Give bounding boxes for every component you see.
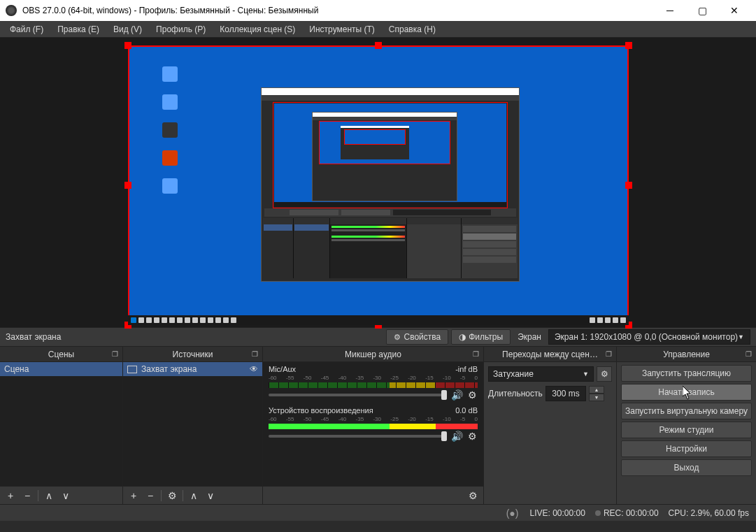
- filters-button[interactable]: ◑Фильтры: [451, 329, 511, 345]
- screen-select[interactable]: Экран 1: 1920x1080 @ 0,0 (Основной монит…: [548, 329, 750, 345]
- window-title: OBS 27.0.0 (64-bit, windows) - Профиль: …: [22, 6, 654, 15]
- menu-file[interactable]: Файл (F): [3, 21, 50, 38]
- start-recording-button[interactable]: Начать запись: [621, 384, 752, 401]
- selection-handle-ml[interactable]: [124, 182, 131, 189]
- gear-icon: ⚙: [394, 333, 401, 342]
- mixer-channel-level: 0.0 dB: [455, 406, 478, 415]
- source-context-bar: Захват экрана ⚙Свойства ◑Фильтры Экран Э…: [0, 327, 756, 347]
- detach-icon[interactable]: ❐: [604, 350, 613, 359]
- nested-capture-window: [261, 87, 520, 282]
- visibility-icon[interactable]: 👁: [250, 364, 258, 374]
- selection-handle-tl[interactable]: [124, 42, 131, 49]
- transitions-header: Переходы между сцен… ❐: [484, 347, 616, 362]
- controls-header: Управление ❐: [617, 347, 756, 362]
- menu-view[interactable]: Вид (V): [106, 21, 149, 38]
- maximize-button[interactable]: ▢: [686, 0, 718, 21]
- desktop-icon: [156, 178, 184, 206]
- menu-scene-collection[interactable]: Коллекция сцен (S): [213, 21, 302, 38]
- detach-icon[interactable]: ❐: [471, 350, 480, 359]
- mixer-body: Mic/Aux-inf dB -60-55-50-45-40-35-30-25-…: [263, 362, 483, 486]
- filter-icon: ◑: [459, 332, 466, 342]
- duration-input[interactable]: 300 ms: [545, 386, 586, 401]
- selection-handle-mr[interactable]: [625, 182, 632, 189]
- source-item[interactable]: Захват экрана 👁: [123, 362, 262, 376]
- add-source-button[interactable]: +: [126, 489, 141, 503]
- preview-canvas[interactable]: [128, 45, 629, 325]
- volume-slider[interactable]: [269, 394, 447, 396]
- detach-icon[interactable]: ❐: [110, 350, 120, 359]
- screen-label: Экран: [513, 330, 545, 344]
- move-scene-down-button[interactable]: ∨: [58, 489, 73, 503]
- detach-icon[interactable]: ❐: [743, 350, 753, 359]
- remove-scene-button[interactable]: −: [20, 489, 35, 503]
- mixer-channel-desktop: Устройство воспроизведения0.0 dB -60-55-…: [263, 403, 483, 445]
- channel-settings-icon[interactable]: ⚙: [466, 389, 478, 401]
- desktop-icon: [156, 66, 184, 94]
- exit-button[interactable]: Выход: [621, 459, 752, 476]
- studio-mode-button[interactable]: Режим студии: [621, 422, 752, 438]
- transitions-panel: Переходы между сцен… ❐ Затухание▼ ⚙ Длит…: [484, 347, 617, 504]
- start-streaming-button[interactable]: Запустить трансляцию: [621, 365, 752, 382]
- desktop-icon: [156, 150, 184, 178]
- selected-source-label: Захват экрана: [6, 332, 383, 342]
- scenes-panel: Сцены ❐ Сцена + − ∧ ∨: [0, 347, 123, 504]
- remove-source-button[interactable]: −: [143, 489, 158, 503]
- mixer-meter: [269, 382, 478, 388]
- obs-app-icon: [6, 5, 17, 16]
- sources-list[interactable]: Захват экрана 👁: [123, 362, 262, 486]
- volume-slider[interactable]: [269, 435, 447, 438]
- signal-icon: (●): [506, 508, 519, 519]
- mixer-header: Микшер аудио ❐: [263, 347, 483, 362]
- display-capture-icon: [127, 366, 137, 373]
- scene-item[interactable]: Сцена: [0, 362, 122, 376]
- mixer-advanced-button[interactable]: ⚙: [465, 489, 480, 503]
- docks-container: Сцены ❐ Сцена + − ∧ ∨ Источники ❐ Захват…: [0, 347, 756, 504]
- mixer-channel-level: -inf dB: [455, 365, 478, 373]
- close-button[interactable]: ✕: [718, 0, 750, 21]
- move-scene-up-button[interactable]: ∧: [41, 489, 57, 503]
- mixer-meter: [269, 424, 478, 429]
- desktop-icon: [156, 94, 184, 122]
- rec-indicator-icon: [595, 510, 601, 516]
- transition-select[interactable]: Затухание▼: [488, 366, 594, 382]
- transition-properties-button[interactable]: ⚙: [597, 366, 612, 382]
- duration-label: Длительность: [488, 389, 543, 398]
- add-scene-button[interactable]: +: [3, 489, 18, 503]
- mute-icon[interactable]: 🔊: [451, 389, 462, 401]
- preview-area: [0, 38, 756, 327]
- mixer-channel-name: Mic/Aux: [269, 365, 296, 373]
- channel-settings-icon[interactable]: ⚙: [466, 431, 478, 442]
- properties-button[interactable]: ⚙Свойства: [386, 329, 448, 345]
- menu-tools[interactable]: Инструменты (T): [302, 21, 381, 38]
- selection-handle-tr[interactable]: [625, 42, 632, 49]
- scenes-header: Сцены ❐: [0, 347, 122, 362]
- cpu-status: CPU: 2.9%, 60.00 fps: [669, 508, 749, 518]
- move-source-up-button[interactable]: ∧: [186, 489, 201, 503]
- move-source-down-button[interactable]: ∨: [203, 489, 218, 503]
- mixer-channel-name: Устройство воспроизведения: [269, 406, 373, 415]
- menu-profile[interactable]: Профиль (P): [149, 21, 213, 38]
- source-properties-button[interactable]: ⚙: [164, 489, 180, 503]
- selection-handle-tc[interactable]: [375, 42, 382, 49]
- duration-up-button[interactable]: ▲: [589, 386, 604, 394]
- scenes-list[interactable]: Сцена: [0, 362, 122, 486]
- desktop-icon: [156, 122, 184, 150]
- menu-help[interactable]: Справка (H): [382, 21, 443, 38]
- duration-down-button[interactable]: ▼: [589, 394, 604, 401]
- mixer-channel-mic: Mic/Aux-inf dB -60-55-50-45-40-35-30-25-…: [263, 362, 483, 403]
- settings-button[interactable]: Настройки: [621, 440, 752, 457]
- captured-taskbar: [128, 315, 629, 325]
- controls-panel: Управление ❐ Запустить трансляцию Начать…: [617, 347, 756, 504]
- chevron-down-icon: ▼: [583, 371, 589, 378]
- detach-icon[interactable]: ❐: [250, 350, 259, 359]
- window-titlebar: OBS 27.0.0 (64-bit, windows) - Профиль: …: [0, 0, 756, 21]
- menu-bar: Файл (F) Правка (E) Вид (V) Профиль (P) …: [0, 21, 756, 38]
- mute-icon[interactable]: 🔊: [451, 431, 462, 442]
- sources-header: Источники ❐: [123, 347, 262, 362]
- start-virtual-camera-button[interactable]: Запустить виртуальную камеру: [621, 403, 752, 419]
- chevron-down-icon: ▼: [738, 333, 744, 340]
- minimize-button[interactable]: ─: [654, 0, 686, 21]
- menu-edit[interactable]: Правка (E): [50, 21, 106, 38]
- rec-status: REC: 00:00:00: [604, 508, 659, 518]
- status-bar: (●) LIVE: 00:00:00 REC: 00:00:00 CPU: 2.…: [0, 504, 756, 521]
